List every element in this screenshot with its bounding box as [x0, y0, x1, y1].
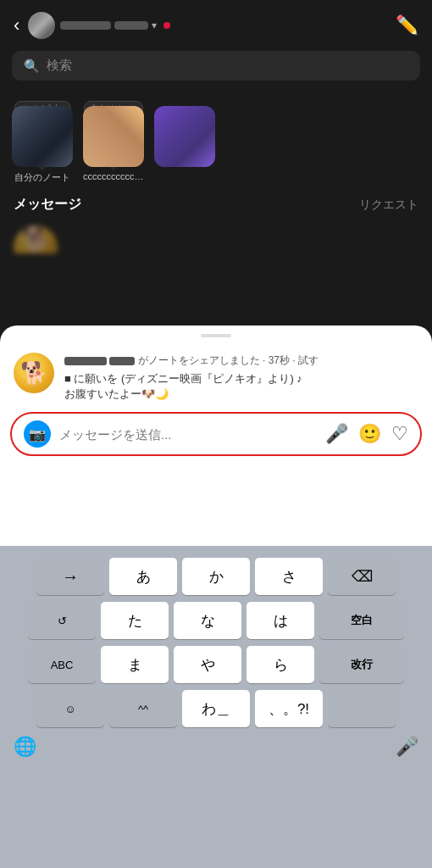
back-button[interactable]: ‹: [14, 14, 19, 36]
header-name-area: ▾: [60, 19, 170, 31]
story-avatar-wrapper: ノートを入力...: [12, 106, 73, 167]
stories-section: ノートを入力... 自分のノート 『ピノキオ』よ赤ちゃんのためお腹すいたよー..…: [0, 91, 432, 184]
key-ya[interactable]: や: [174, 646, 241, 683]
microphone-icon[interactable]: 🎤: [325, 423, 348, 445]
key-backspace[interactable]: ⌫: [328, 558, 396, 595]
note-line2: お腹すいたよー🐶🌙: [64, 387, 418, 402]
emoji-sticker-icon[interactable]: 🙂: [358, 423, 381, 445]
key-empty[interactable]: [328, 690, 396, 727]
key-abc[interactable]: ABC: [28, 646, 96, 683]
input-icons: 🎤 🙂 ♡: [325, 423, 408, 445]
key-row-3: ABC ま や ら 改行: [7, 646, 425, 683]
messages-label: メッセージ: [14, 196, 81, 214]
key-row-1: → あ か さ ⌫: [7, 558, 425, 595]
header-name-placeholder2: [114, 21, 148, 30]
key-return[interactable]: 改行: [319, 646, 404, 683]
edit-button[interactable]: ✏️: [396, 14, 418, 36]
heart-icon[interactable]: ♡: [391, 423, 408, 445]
request-label: リクエスト: [359, 198, 418, 213]
header-name-row: ▾: [60, 19, 170, 31]
preview-meta: がノートをシェアしました · 37秒 · 試す: [64, 353, 418, 368]
stories-scroll: ノートを入力... 自分のノート 『ピノキオ』よ赤ちゃんのためお腹すいたよー..…: [12, 91, 420, 184]
key-row-2: ↺ た な は 空白: [7, 602, 425, 639]
key-sa[interactable]: さ: [255, 558, 323, 595]
header-title-block: ▾: [28, 12, 170, 39]
drag-handle: [201, 334, 231, 337]
story-avatar-wrapper-2: 『ピノキオ』よ赤ちゃんのためお腹すいたよー...: [83, 106, 144, 167]
header-left: ‹ ▾: [14, 12, 170, 39]
preview-avatar: 🐕: [14, 353, 54, 393]
key-undo[interactable]: ↺: [28, 602, 96, 639]
key-emoji[interactable]: ☺: [36, 690, 104, 727]
keyboard-rows: → あ か さ ⌫ ↺ た な は 空白 ABC ま や ら 改行: [3, 553, 429, 732]
dropdown-icon[interactable]: ▾: [152, 19, 157, 31]
preview-dog-image: 🐕: [14, 353, 54, 393]
key-punct[interactable]: 、。?!: [255, 690, 323, 727]
key-wa[interactable]: わ＿: [182, 690, 250, 727]
bottom-sheet: 🐕 がノートをシェアしました · 37秒 · 試す ■ に願いを (ディズニー映…: [0, 326, 432, 868]
message-item-preview: 🐕: [0, 220, 432, 275]
header-avatar: [28, 12, 55, 39]
note-arrow-2: [110, 167, 117, 171]
key-space[interactable]: 空白: [319, 602, 404, 639]
key-a[interactable]: あ: [109, 558, 177, 595]
keyboard-area: → あ か さ ⌫ ↺ た な は 空白 ABC ま や ら 改行: [0, 546, 432, 868]
story-item-3[interactable]: [154, 91, 215, 184]
header-name-placeholder: [60, 21, 111, 30]
story-item-2[interactable]: 『ピノキオ』よ赤ちゃんのためお腹すいたよー... cccccccccccccc.…: [83, 91, 144, 184]
red-dot: [163, 22, 170, 29]
key-ka[interactable]: か: [182, 558, 250, 595]
camera-icon: 📷: [29, 426, 46, 442]
message-input-area[interactable]: 📷 🎤 🙂 ♡: [10, 412, 422, 456]
note-line1: ■ に願いを (ディズニー映画『ピノキオ』より) ♪: [64, 371, 418, 387]
story-item-self[interactable]: ノートを入力... 自分のノート: [12, 91, 73, 184]
key-na[interactable]: な: [174, 602, 241, 639]
key-ta[interactable]: た: [101, 602, 169, 639]
keyboard-bottom-bar: 🌐 🎤: [3, 732, 429, 765]
story-avatar-3: [154, 106, 215, 167]
header: ‹ ▾ ✏️: [0, 0, 432, 47]
search-icon: 🔍: [24, 58, 40, 74]
key-arrow-right[interactable]: →: [36, 558, 104, 595]
story-avatar-self: [12, 106, 73, 167]
story-avatar-wrapper-3: [154, 106, 215, 167]
story-avatar-2: [83, 106, 144, 167]
sender-name-blur: [64, 357, 107, 365]
keyboard-mic-icon[interactable]: 🎤: [396, 736, 418, 758]
messages-header: メッセージ リクエスト: [0, 184, 432, 220]
message-avatar: 🐕: [14, 225, 58, 270]
shared-note-preview: 🐕 がノートをシェアしました · 37秒 · 試す ■ に願いを (ディズニー映…: [0, 344, 432, 409]
message-input[interactable]: [59, 427, 317, 442]
key-ra[interactable]: ら: [246, 646, 314, 683]
key-ma[interactable]: ま: [101, 646, 169, 683]
note-arrow-self: [39, 167, 46, 171]
preview-note-text: ■ に願いを (ディズニー映画『ピノキオ』より) ♪ お腹すいたよー🐶🌙: [64, 371, 418, 402]
search-placeholder: 検索: [47, 58, 72, 74]
sender-name-blur2: [109, 357, 135, 365]
key-ha[interactable]: は: [246, 602, 314, 639]
camera-button[interactable]: 📷: [24, 420, 51, 448]
meta-text: がノートをシェアしました · 37秒 · 試す: [138, 354, 318, 366]
key-hat[interactable]: ^^: [109, 690, 177, 727]
story-label-self: 自分のノート: [14, 171, 70, 184]
globe-icon[interactable]: 🌐: [14, 736, 36, 758]
dog-avatar-icon: 🐕: [14, 225, 58, 253]
key-row-4: ☺ ^^ わ＿ 、。?!: [7, 690, 425, 727]
preview-content: がノートをシェアしました · 37秒 · 試す ■ に願いを (ディズニー映画『…: [64, 353, 418, 402]
search-bar[interactable]: 🔍 検索: [12, 51, 420, 81]
story-label-2: cccccccccccccc...: [83, 171, 144, 181]
